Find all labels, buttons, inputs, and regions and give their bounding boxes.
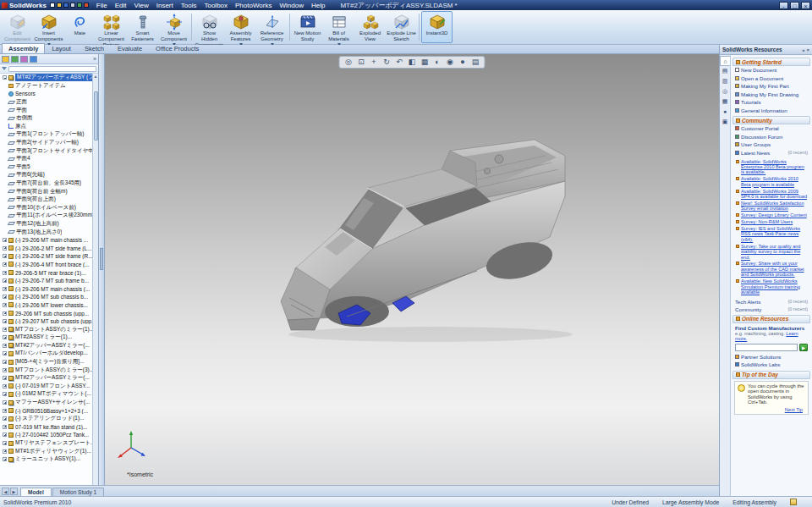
tree-item-expander[interactable] <box>3 441 7 445</box>
tree-item-expander[interactable] <box>3 449 7 454</box>
news-link[interactable]: Survey: Take our quality and stability s… <box>736 244 809 260</box>
getting-started-header[interactable]: Getting Started <box>732 58 810 66</box>
menu-item[interactable]: PhotoWorks <box>232 2 275 9</box>
close-button[interactable]: × <box>801 2 810 9</box>
community-link[interactable]: Customer Portal <box>732 124 810 133</box>
tree-item[interactable]: 平面5 <box>0 163 92 172</box>
tree-item-expander[interactable] <box>3 344 7 348</box>
manufacturer-search-input[interactable] <box>735 344 798 351</box>
command-manager-tab[interactable]: Sketch <box>78 43 111 53</box>
tab-scroll-right-button[interactable]: ▶ <box>10 488 18 495</box>
view-tool-icon[interactable]: + <box>370 58 379 67</box>
community-link[interactable]: Latest News (0 recent) <box>732 149 810 157</box>
tree-item[interactable]: アノテートアイテム <box>0 82 92 91</box>
tree-item-expander[interactable] <box>3 287 7 291</box>
show-hidden-components-button[interactable]: Show Hidden Components <box>194 11 225 43</box>
tree-item[interactable]: (-) 29-206 MT lower chassis... <box>0 301 92 310</box>
tree-item-expander[interactable] <box>3 246 7 251</box>
instant3d-button[interactable]: Instant3D <box>421 11 453 43</box>
command-manager-tab[interactable]: Office Products <box>149 43 206 53</box>
news-link[interactable]: Survey: Share with us your awareness of … <box>736 261 809 277</box>
tree-item[interactable]: MTフロントASSYのミラー(3)... <box>0 366 92 374</box>
minimize-button[interactable]: - <box>779 2 788 9</box>
tree-item[interactable]: 平面11(ホイルベース後230mm) <box>0 212 92 220</box>
task-pane-tab-icon[interactable]: ● <box>720 107 730 117</box>
tree-item-expander[interactable] <box>3 384 7 389</box>
tree-item[interactable]: MTフロントASSYのミラー(1)... <box>0 325 92 333</box>
quick-access-icon[interactable] <box>84 3 89 8</box>
status-sheet-icon[interactable] <box>790 499 797 505</box>
menu-item[interactable]: Edit <box>112 2 130 9</box>
tree-item[interactable]: (-) 29-206 MT main chassis ... <box>0 236 92 245</box>
tree-item-expander[interactable] <box>3 368 7 372</box>
view-tool-icon[interactable]: ◧ <box>408 58 417 67</box>
command-manager-tab[interactable]: Assembly <box>2 43 45 53</box>
bill-of-materials-button[interactable]: Bill of Materials <box>323 11 354 43</box>
news-link[interactable]: Available: SolidWorks Enterprise 2010 Be… <box>736 159 809 175</box>
tree-item[interactable]: 平面12(地上高前) <box>0 220 92 229</box>
configuration-manager-tab-icon[interactable] <box>20 56 28 63</box>
tree-item[interactable]: 平面4 <box>0 155 92 163</box>
linear-component-pattern-button[interactable]: Linear Component Pattern <box>96 11 127 43</box>
getting-started-link[interactable]: Making My First Part <box>732 82 810 91</box>
mate-button[interactable]: Mate <box>64 11 96 43</box>
tree-item[interactable]: 原点 <box>0 123 92 131</box>
new-motion-study-button[interactable]: New Motion Study <box>292 11 323 43</box>
tree-item[interactable]: Sensors <box>0 90 92 98</box>
getting-started-link[interactable]: General Information <box>732 107 810 115</box>
tree-item[interactable]: (-) 29-206-4 MT front brace (... <box>0 261 92 269</box>
news-link[interactable]: Available: SolidWorks 2010 Beta program … <box>736 176 809 187</box>
tree-item-expander[interactable] <box>3 351 7 355</box>
scrollbar-thumb[interactable] <box>94 91 98 141</box>
tree-root-item[interactable]: MT#2アッパーボディASSY (フルバージョン) <box>0 74 92 82</box>
menu-item[interactable]: Help <box>308 2 328 9</box>
tree-item-expander[interactable] <box>3 376 7 380</box>
tree-item[interactable]: MT#2アッパーASSYミラー(... <box>0 342 92 350</box>
tree-item[interactable]: (-) 27-0104#2 1050Pcz Tank... <box>0 431 92 439</box>
exploded-view-button[interactable]: Exploded View <box>354 11 386 43</box>
tip-of-the-day-header[interactable]: Tip of the Day <box>732 371 810 379</box>
view-tool-icon[interactable]: ◐ <box>433 58 442 67</box>
tree-item[interactable]: 平面2(サイドアッパー軸) <box>0 139 92 147</box>
scroll-up-arrow[interactable]: ▲ <box>94 74 98 80</box>
task-pane-tab-icon[interactable]: ▣ <box>720 117 730 127</box>
tree-item-expander[interactable] <box>3 311 7 316</box>
menu-item[interactable]: Toolbox <box>200 2 231 9</box>
news-link[interactable]: Available: New SolidWorks Simulation Pre… <box>736 278 809 295</box>
assembly-features-button[interactable]: Assembly Features <box>225 11 256 43</box>
tree-item[interactable]: MT#2ASSYミラー(1)... <box>0 333 92 342</box>
tree-item[interactable]: 29-206-5 MT rear brace (1)... <box>0 268 92 277</box>
quick-access-icon[interactable] <box>50 3 55 8</box>
pin-icon[interactable]: « <box>802 47 804 52</box>
filter-funnel-icon[interactable] <box>2 67 7 70</box>
news-link[interactable]: Survey: Non-R&M Users <box>736 219 809 224</box>
tree-item[interactable]: 平面6(先端) <box>0 171 92 179</box>
graphics-viewport[interactable]: ◎⊡+↻↶◧▦◐◉●▤ <box>105 54 719 485</box>
panel-splitter[interactable] <box>99 54 105 485</box>
community-header[interactable]: Community <box>732 116 810 124</box>
getting-started-link[interactable]: New Document <box>732 66 810 74</box>
menu-item[interactable]: File <box>93 2 111 9</box>
quick-access-icon[interactable] <box>77 3 82 8</box>
view-tool-icon[interactable]: ▤ <box>471 58 480 67</box>
tree-item[interactable]: [M05-+4(ミラー)首振り用]... <box>0 358 92 366</box>
quick-access-icon[interactable] <box>57 3 62 8</box>
tree-item-expander[interactable] <box>3 409 7 413</box>
tree-item-expander[interactable] <box>3 295 7 299</box>
tree-item[interactable]: MT#2アッパーASSYミラー(... <box>0 374 92 383</box>
tree-item[interactable]: 07-019 MT ke.ffan stand (1)... <box>0 423 92 432</box>
tree-item-expander[interactable] <box>3 416 7 421</box>
next-tip-link[interactable]: Next Tip <box>738 405 805 412</box>
tree-item-expander[interactable] <box>3 392 7 396</box>
tree-item-expander[interactable] <box>3 425 7 429</box>
property-manager-tab-icon[interactable] <box>11 56 19 63</box>
menu-item[interactable]: Insert <box>153 2 177 9</box>
document-tab[interactable]: Model <box>20 488 52 496</box>
edit-component-button[interactable]: Edit Component <box>2 11 33 43</box>
maximize-button[interactable]: □ <box>790 2 799 9</box>
tree-item[interactable]: 平面 <box>0 106 92 114</box>
tree-item-expander[interactable] <box>3 254 7 258</box>
tree-item[interactable]: 平面13(地上高さ0) <box>0 228 92 236</box>
task-pane-tab-icon[interactable]: ▤ <box>720 66 730 76</box>
tree-scrollbar[interactable]: ▲ <box>92 74 98 485</box>
